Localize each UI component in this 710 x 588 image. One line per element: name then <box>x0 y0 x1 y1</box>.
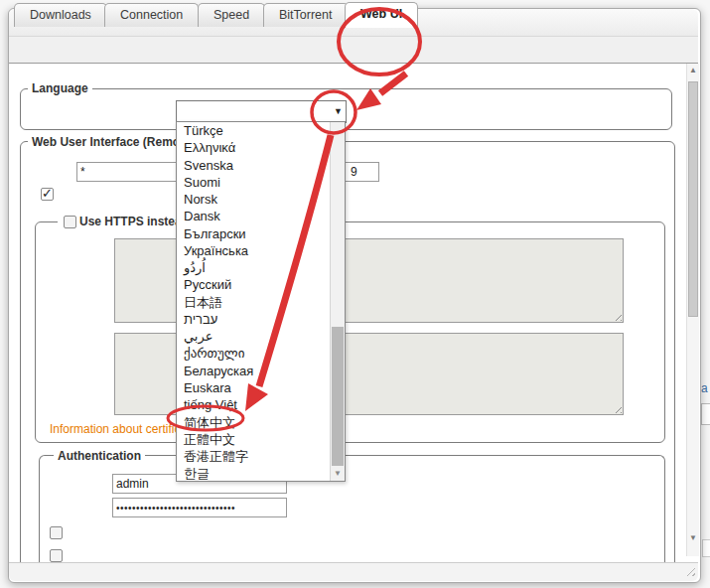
scroll-down-icon[interactable]: ▼ <box>687 533 699 542</box>
tab-speed[interactable]: Speed <box>198 3 265 27</box>
chevron-down-icon[interactable]: ▼ <box>334 106 343 116</box>
options-screen: a Options × Downloads Connection Speed B… <box>0 0 710 588</box>
language-option[interactable]: Türkçe <box>177 122 330 139</box>
language-option[interactable]: Русский <box>177 276 330 293</box>
language-option[interactable]: عربي <box>177 328 330 345</box>
language-option[interactable]: Suomi <box>177 174 330 191</box>
language-option[interactable]: Українська <box>177 242 330 259</box>
dropdown-scroll-down-icon[interactable]: ▼ <box>331 466 345 481</box>
tab-web-ui[interactable]: Web UI <box>345 2 418 28</box>
language-option[interactable]: tiếng Việt <box>177 396 330 413</box>
background-page-input-fragment <box>702 539 710 557</box>
ui-language-select[interactable]: ▼ <box>176 100 347 123</box>
content-scrollbar[interactable]: ▲ ▼ <box>686 64 699 556</box>
bypass-whitelist-checkbox[interactable] <box>50 549 63 562</box>
password-input[interactable] <box>112 498 287 517</box>
language-dropdown-items: TürkçeΕλληνικάSvenskaSuomiNorskDanskБълг… <box>177 122 330 481</box>
language-option[interactable]: Svenska <box>177 157 330 174</box>
content-top-border <box>9 63 698 64</box>
language-option[interactable]: Ελληνικά <box>177 139 330 156</box>
scroll-up-icon[interactable]: ▲ <box>687 66 699 74</box>
background-page-text-fragment: a <box>701 381 708 395</box>
tab-strip <box>9 37 698 64</box>
language-option[interactable]: 한글 <box>177 465 330 481</box>
language-option[interactable]: עברית <box>177 311 330 328</box>
language-group-legend: Language <box>28 81 92 95</box>
dialog-footer <box>9 562 698 581</box>
background-page-input-fragment <box>701 403 710 425</box>
dropdown-scrollbar-thumb[interactable] <box>332 327 344 466</box>
resize-grip-icon[interactable] <box>613 312 622 321</box>
dropdown-scrollbar[interactable]: ▼ <box>330 122 345 481</box>
tab-bittorrent[interactable]: BitTorrent <box>263 3 349 27</box>
language-option[interactable]: Dansk <box>177 208 330 224</box>
https-checkbox[interactable] <box>64 216 76 228</box>
language-dropdown-list[interactable]: TürkçeΕλληνικάSvenskaSuomiNorskDanskБълг… <box>176 121 346 482</box>
language-option[interactable]: Беларуская <box>177 363 330 379</box>
language-option[interactable]: Euskara <box>177 379 330 396</box>
language-option[interactable]: 香港正體字 <box>177 448 330 465</box>
language-option[interactable]: Български <box>177 225 330 242</box>
authentication-group-legend: Authentication <box>54 449 145 463</box>
language-option[interactable]: Norsk <box>177 191 330 208</box>
language-option[interactable]: 日本語 <box>177 294 330 311</box>
tab-connection[interactable]: Connection <box>104 3 199 27</box>
language-option[interactable]: ქართული <box>177 345 330 362</box>
bypass-localhost-checkbox[interactable] <box>50 526 63 539</box>
upnp-checkbox[interactable] <box>41 188 54 201</box>
language-option[interactable]: 简体中文 <box>177 414 330 431</box>
resize-grip-icon[interactable] <box>613 404 622 413</box>
tab-downloads[interactable]: Downloads <box>14 3 107 27</box>
language-option[interactable]: 正體中文 <box>177 431 330 448</box>
scrollbar-thumb[interactable] <box>688 81 698 317</box>
language-option[interactable]: اُردُو <box>177 259 330 276</box>
